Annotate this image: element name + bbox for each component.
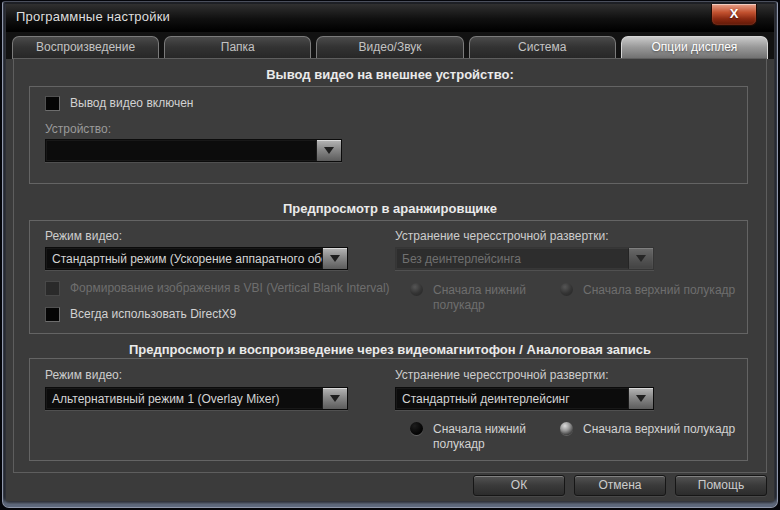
vcr-radio-bottom-field-label: Сначала нижний полукадр	[433, 422, 545, 452]
vcr-radio-top-field[interactable]	[560, 422, 573, 435]
arranger-radio-bottom-field-label: Сначала нижний полукадр	[433, 283, 545, 313]
tab-label: Папка	[221, 40, 255, 54]
arranger-deinterlace-dropdown: Без деинтерлейсинга	[395, 247, 654, 270]
tab-label: Видео/Звук	[359, 40, 422, 54]
vcr-radio-bottom-field[interactable]	[410, 422, 423, 435]
titlebar[interactable]: Программные настройки X	[6, 4, 774, 32]
tab-label: Система	[518, 40, 566, 54]
tab-video-audio[interactable]: Видео/Звук	[316, 36, 463, 59]
video-output-enabled-checkbox[interactable]	[45, 96, 60, 111]
tab-playback[interactable]: Воспроизведение	[12, 36, 159, 59]
tab-display-options[interactable]: Опции дисплея	[621, 36, 768, 59]
vcr-video-mode-label: Режим видео:	[45, 368, 122, 382]
arranger-radio-bottom-field-row: Сначала нижний полукадр	[410, 283, 545, 313]
groupbox-vcr-preview: Режим видео: Альтернативный режим 1 (Ove…	[29, 358, 748, 461]
section-header-arranger-preview: Предпросмотр в аранжировщике	[14, 201, 766, 216]
chevron-down-icon	[636, 255, 646, 262]
close-button[interactable]: X	[711, 4, 757, 26]
arranger-radio-top-field-row: Сначала верхний полукадр	[560, 283, 735, 298]
directx9-row[interactable]: Всегда использовать DirectX9	[45, 307, 236, 322]
vcr-video-mode-value: Альтернативный режим 1 (Overlay Mixer)	[46, 392, 322, 406]
directx9-label: Всегда использовать DirectX9	[70, 307, 236, 321]
vcr-video-mode-dropdown[interactable]: Альтернативный режим 1 (Overlay Mixer)	[45, 387, 348, 410]
video-output-enabled-label: Вывод видео включен	[70, 96, 193, 110]
arranger-video-mode-dropdown[interactable]: Стандартный режим (Ускорение аппаратного…	[45, 247, 348, 270]
vcr-deinterlace-dropdown[interactable]: Стандартный деинтерлейсинг	[395, 387, 654, 410]
vbi-label: Формирование изображения в VBI (Vertical…	[70, 281, 390, 295]
footer-button-bar: ОК Отмена Помощь	[13, 473, 767, 497]
vcr-video-mode-dropdown-button[interactable]	[322, 388, 347, 409]
device-dropdown-button[interactable]	[316, 140, 341, 161]
arranger-video-mode-label: Режим видео:	[45, 229, 122, 243]
cancel-button[interactable]: Отмена	[574, 475, 666, 496]
arranger-radio-top-field-label: Сначала верхний полукадр	[583, 283, 735, 298]
window-frame: Программные настройки X Воспроизведение …	[2, 1, 778, 508]
groupbox-external-output: Вывод видео включен Устройство:	[29, 86, 748, 184]
directx9-checkbox[interactable]	[45, 307, 60, 322]
window-content: Программные настройки X Воспроизведение …	[6, 4, 774, 501]
tab-folder[interactable]: Папка	[164, 36, 311, 59]
chevron-down-icon	[330, 395, 340, 402]
vbi-row: Формирование изображения в VBI (Vertical…	[45, 281, 390, 296]
vbi-checkbox	[45, 281, 60, 296]
window-title: Программные настройки	[16, 9, 170, 24]
chevron-down-icon	[636, 395, 646, 402]
arranger-video-mode-dropdown-button[interactable]	[322, 248, 347, 269]
arranger-video-mode-value: Стандартный режим (Ускорение аппаратного…	[46, 252, 322, 266]
vcr-deinterlace-dropdown-button[interactable]	[628, 388, 653, 409]
arranger-deinterlace-label: Устранение чересстрочной развертки:	[395, 229, 609, 243]
groupbox-arranger-preview: Режим видео: Стандартный режим (Ускорени…	[29, 220, 748, 334]
video-output-enabled-row[interactable]: Вывод видео включен	[45, 96, 193, 111]
tab-label: Опции дисплея	[652, 40, 738, 54]
chevron-down-icon	[324, 147, 334, 154]
section-header-vcr-preview: Предпросмотр и воспроизведение через вид…	[14, 342, 766, 357]
device-dropdown[interactable]	[45, 139, 342, 162]
vcr-deinterlace-label: Устранение чересстрочной развертки:	[395, 368, 609, 382]
section-header-external-output: Вывод видео на внешнее устройство:	[14, 67, 766, 82]
tab-label: Воспроизведение	[36, 40, 135, 54]
vcr-radio-top-field-row[interactable]: Сначала верхний полукадр	[560, 422, 735, 437]
tab-bar: Воспроизведение Папка Видео/Звук Система…	[6, 32, 774, 59]
arranger-deinterlace-dropdown-button	[628, 248, 653, 269]
close-icon: X	[730, 6, 739, 21]
ok-button[interactable]: ОК	[473, 475, 565, 496]
tab-system[interactable]: Система	[469, 36, 616, 59]
vcr-radio-top-field-label: Сначала верхний полукадр	[583, 422, 735, 437]
vcr-deinterlace-value: Стандартный деинтерлейсинг	[396, 392, 628, 406]
arranger-radio-top-field	[560, 283, 573, 296]
help-button[interactable]: Помощь	[675, 475, 767, 496]
arranger-radio-bottom-field	[410, 283, 423, 296]
arranger-deinterlace-value: Без деинтерлейсинга	[396, 252, 628, 266]
device-label: Устройство:	[45, 122, 111, 136]
settings-panel: Вывод видео на внешнее устройство: Вывод…	[13, 58, 767, 473]
program-settings-dialog: Программные настройки X Воспроизведение …	[0, 0, 780, 510]
vcr-radio-bottom-field-row[interactable]: Сначала нижний полукадр	[410, 422, 545, 452]
chevron-down-icon	[330, 255, 340, 262]
